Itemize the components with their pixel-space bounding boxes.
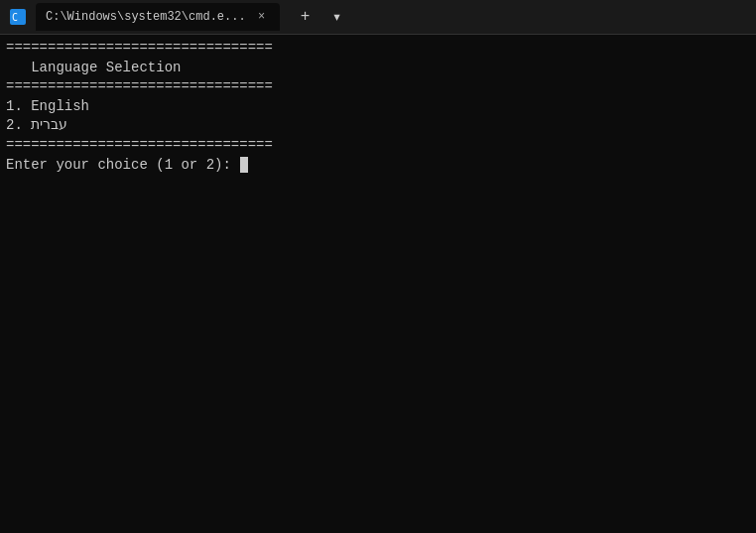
tab-close-button[interactable]: × [254, 9, 270, 25]
active-tab[interactable]: C:\Windows\system32\cmd.e... × [36, 3, 280, 31]
app-icon: C [8, 7, 28, 27]
separator-bottom: ================================ [6, 137, 273, 153]
heading: Language Selection [6, 60, 181, 75]
terminal-body: ================================ Languag… [0, 35, 756, 179]
new-tab-button[interactable]: + [292, 3, 319, 31]
titlebar: C C:\Windows\system32\cmd.e... × + ▾ [0, 0, 756, 35]
prompt-text: Enter your choice (1 or 2): [6, 157, 239, 173]
titlebar-actions: + ▾ [292, 3, 351, 31]
separator-mid: ================================ [6, 78, 273, 94]
prompt-line: Enter your choice (1 or 2): [6, 157, 248, 173]
cursor [240, 157, 248, 173]
tab-title: C:\Windows\system32\cmd.e... [46, 10, 246, 24]
svg-text:C: C [12, 12, 18, 23]
dropdown-button[interactable]: ▾ [323, 3, 351, 31]
option1: 1. English [6, 98, 89, 114]
option2: 2. עברית [6, 117, 67, 133]
separator-top: ================================ [6, 40, 273, 56]
